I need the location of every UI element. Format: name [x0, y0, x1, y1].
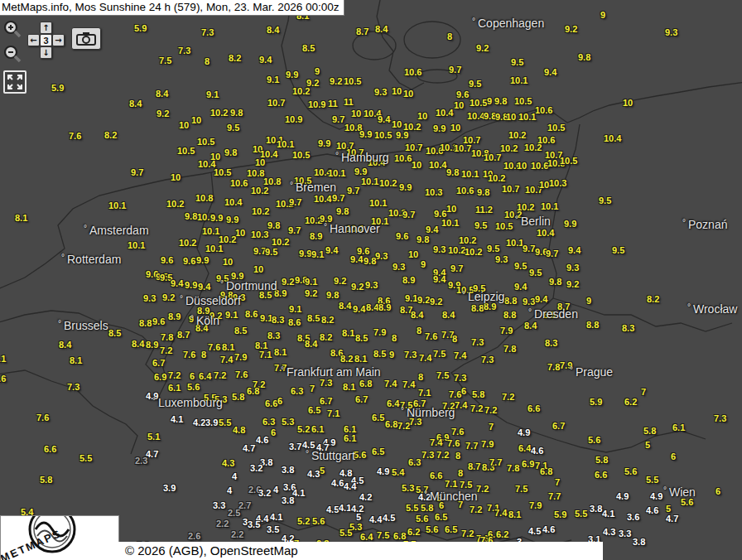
title-bar: MetMaps.info, Mos Sunshine 24 h (579), M…: [0, 0, 344, 16]
city: °Hannover: [324, 222, 380, 235]
city: °Poznań: [682, 218, 727, 231]
city-marker-icon: °: [462, 290, 465, 299]
city-marker-icon: °: [281, 365, 284, 374]
metmaps-logo: METMAPS: [0, 515, 119, 560]
city: °München: [424, 490, 478, 503]
city-label: Hannover: [330, 222, 380, 235]
city: °Düsseldorf: [180, 294, 241, 307]
city: °Prague: [570, 365, 613, 379]
map-cities-layer: °Copenhagen°Amsterdam°Rotterdam°Brussels…: [0, 0, 742, 560]
city-label: Poznań: [688, 218, 727, 231]
city-label: Köln: [196, 314, 219, 327]
city: °Amsterdam: [84, 224, 149, 237]
zoom-level-indicator: 3: [40, 34, 52, 46]
city-marker-icon: °: [58, 319, 61, 328]
city: °Köln: [190, 314, 219, 327]
fullscreen-icon: [7, 75, 22, 89]
city-marker-icon: °: [152, 396, 156, 405]
city-label: Copenhagen: [478, 17, 544, 30]
city-marker-icon: °: [687, 302, 691, 311]
city-label: Hamburg: [341, 151, 389, 164]
city: °Bremen: [290, 181, 336, 194]
city-marker-icon: °: [401, 406, 404, 415]
city-label: Luxembourg: [158, 396, 223, 409]
city-marker-icon: °: [220, 279, 224, 288]
city-label: Rotterdam: [67, 253, 121, 266]
city-label: Brussels: [64, 319, 108, 332]
city-label: Leipzig: [468, 290, 504, 303]
city-marker-icon: °: [61, 253, 65, 262]
map-controls: ↑ ← 3 → ↓: [2, 20, 110, 99]
city: °Dresden: [528, 307, 578, 321]
city-marker-icon: °: [335, 151, 339, 160]
city-marker-icon: °: [424, 490, 427, 499]
city-label: Wrocław: [693, 302, 737, 316]
city-label: Dortmund: [226, 279, 277, 292]
fullscreen-button[interactable]: [3, 70, 26, 94]
city-marker-icon: °: [290, 181, 293, 190]
pan-right-button[interactable]: →: [52, 34, 65, 46]
magnifier-plus-icon: [2, 20, 22, 41]
city-marker-icon: °: [663, 485, 667, 495]
city-label: Wien: [669, 485, 696, 499]
screenshot-button[interactable]: [71, 27, 101, 50]
city-label: Düsseldorf: [186, 294, 241, 307]
pan-left-button[interactable]: ←: [27, 34, 40, 46]
city-label: Stuttgart: [311, 449, 355, 462]
city: °Wrocław: [687, 302, 737, 316]
city-label: Bremen: [296, 181, 336, 194]
city: °Stuttgart: [306, 449, 355, 462]
city-label: Nürnberg: [407, 406, 455, 419]
pan-up-button[interactable]: ↑: [40, 22, 52, 34]
city-label: Frankfurt am Main: [287, 365, 381, 379]
city: °Leipzig: [462, 290, 504, 303]
map-canvas[interactable]: 5.97.37.37.588.28.18.48.78.489.28.59.49.…: [0, 0, 742, 560]
zoom-out-button[interactable]: [2, 45, 22, 70]
city: °Frankfurt am Main: [281, 365, 381, 379]
city: °Rotterdam: [61, 253, 121, 266]
metmaps-app: 5.97.37.37.588.28.18.48.78.489.28.59.49.…: [0, 0, 742, 560]
city-marker-icon: °: [180, 294, 183, 303]
copyright-text: © 2026 (AGB), OpenStreetMap: [125, 543, 298, 558]
city-marker-icon: °: [324, 222, 327, 231]
zoom-in-button[interactable]: [2, 20, 22, 45]
city-marker-icon: °: [84, 224, 87, 233]
city-label: München: [430, 490, 478, 503]
city: °Nürnberg: [401, 406, 455, 419]
city: °Berlin: [515, 215, 551, 228]
city-marker-icon: °: [682, 218, 686, 227]
city-label: Amsterdam: [89, 224, 149, 237]
city-marker-icon: °: [570, 365, 573, 374]
city: °Wien: [663, 485, 696, 499]
city-marker-icon: °: [306, 449, 309, 458]
city-label: Prague: [576, 365, 613, 379]
city: °Hamburg: [335, 151, 389, 164]
city-label: Dresden: [534, 307, 578, 321]
city-marker-icon: °: [528, 307, 532, 316]
copyright-bar: © 2026 (AGB), OpenStreetMap: [118, 542, 603, 560]
city: °Dortmund: [220, 279, 277, 292]
city-marker-icon: °: [472, 17, 475, 26]
metmaps-logo-icon: METMAPS: [1, 516, 118, 560]
magnifier-minus-icon: [2, 45, 22, 66]
city-marker-icon: °: [515, 215, 518, 224]
city: °Luxembourg: [152, 396, 223, 409]
city: °Brussels: [58, 319, 108, 332]
city-marker-icon: °: [190, 314, 194, 323]
camera-icon: [76, 31, 96, 46]
city: °Copenhagen: [472, 17, 544, 30]
city-label: Berlin: [521, 215, 551, 228]
pan-down-button[interactable]: ↓: [40, 46, 52, 59]
